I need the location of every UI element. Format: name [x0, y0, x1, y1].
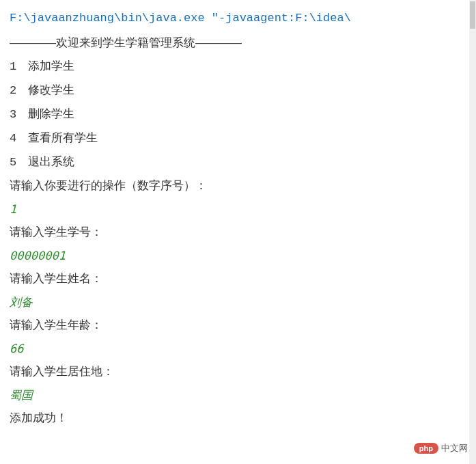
- prompt-student-address: 请输入学生居住地：: [10, 360, 466, 383]
- prompt-student-age: 请输入学生年龄：: [10, 314, 466, 337]
- menu-item-1: 1 添加学生: [10, 55, 466, 79]
- menu-num: 3: [10, 103, 25, 126]
- prompt-student-id: 请输入学生学号：: [10, 221, 466, 244]
- menu-num: 1: [10, 55, 25, 79]
- input-student-name: 刘备: [10, 290, 466, 314]
- console-output: F:\javaanzhuang\bin\java.exe "-javaagent…: [10, 7, 466, 430]
- menu-item-3: 3 删除学生: [10, 103, 466, 126]
- menu-item-5: 5 退出系统: [10, 150, 466, 174]
- menu-label: 查看所有学生: [28, 131, 98, 144]
- scrollbar-thumb[interactable]: [470, 1, 475, 29]
- input-operation: 1: [10, 197, 466, 221]
- command-line: F:\javaanzhuang\bin\java.exe "-javaagent…: [10, 7, 466, 30]
- menu-label: 修改学生: [28, 83, 74, 96]
- prompt-student-name: 请输入学生姓名：: [10, 267, 466, 290]
- input-student-address: 蜀国: [10, 383, 466, 407]
- menu-num: 4: [10, 127, 25, 150]
- menu-num: 5: [10, 151, 25, 174]
- menu-num: 2: [10, 79, 25, 103]
- menu-label: 添加学生: [28, 59, 74, 72]
- input-student-age: 66: [10, 337, 466, 360]
- watermark-badge: php: [414, 443, 438, 454]
- result-line: 添加成功！: [10, 407, 466, 430]
- menu-label: 退出系统: [28, 155, 74, 168]
- scrollbar[interactable]: [469, 0, 476, 464]
- welcome-line: ————欢迎来到学生学籍管理系统————: [10, 31, 466, 55]
- menu-label: 删除学生: [28, 107, 74, 120]
- menu-item-4: 4 查看所有学生: [10, 126, 466, 150]
- watermark-text: 中文网: [441, 442, 468, 454]
- input-student-id: 00000001: [10, 244, 466, 267]
- menu-item-2: 2 修改学生: [10, 79, 466, 103]
- prompt-operation: 请输入你要进行的操作（数字序号）：: [10, 174, 466, 197]
- watermark: php 中文网: [414, 442, 468, 454]
